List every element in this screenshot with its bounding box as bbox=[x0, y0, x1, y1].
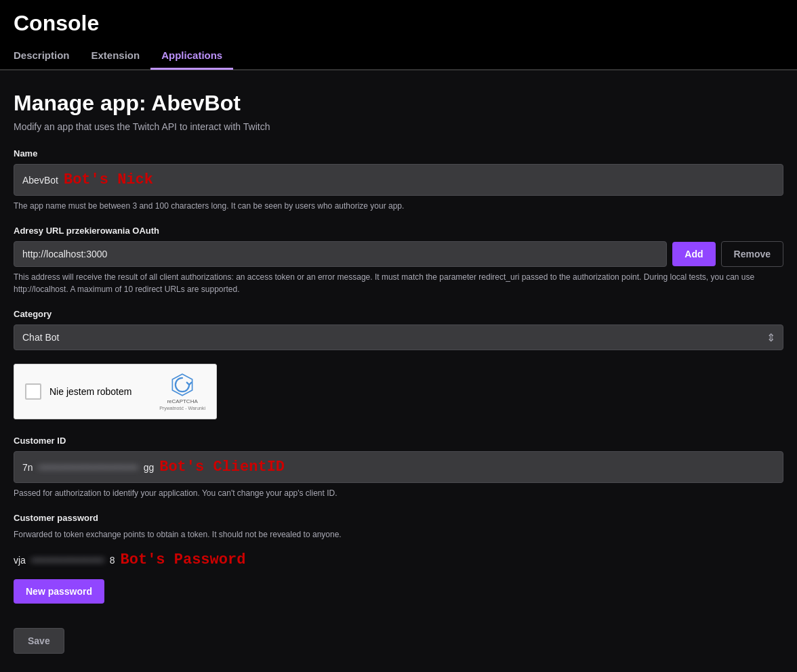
category-select-wrapper: Chat Bot Game Integration Other ⇕ bbox=[14, 324, 783, 350]
client-id-section: Customer ID 7n •••••••••••••••••••••••••… bbox=[14, 436, 783, 499]
oauth-row: Add Remove bbox=[14, 241, 783, 267]
password-prefix: vja bbox=[14, 555, 26, 566]
client-id-prefix: 7n bbox=[22, 462, 33, 473]
client-id-suffix: gg bbox=[144, 462, 155, 473]
recaptcha-logo: reCAPTCHA Prywatność - Warunki bbox=[159, 373, 205, 411]
name-value: AbevBot bbox=[22, 175, 58, 186]
save-button[interactable]: Save bbox=[14, 628, 64, 654]
password-suffix: 8 bbox=[110, 555, 115, 566]
name-section: Name AbevBot Bot's Nick The app name mus… bbox=[14, 148, 783, 212]
client-id-hint: Passed for authorization to identify you… bbox=[14, 487, 783, 499]
password-annotation: Bot's Password bbox=[121, 551, 246, 568]
new-password-button[interactable]: New password bbox=[14, 579, 104, 604]
recaptcha-widget[interactable]: Nie jestem robotem reCAPTCHA Prywatność … bbox=[14, 364, 217, 419]
name-annotation: Bot's Nick bbox=[64, 171, 153, 188]
main-content: Manage app: AbevBot Modify an app that u… bbox=[0, 70, 797, 672]
recaptcha-subtext: Prywatność - Warunki bbox=[159, 406, 205, 411]
oauth-input[interactable] bbox=[14, 241, 667, 267]
password-section: Customer password Forwarded to token exc… bbox=[14, 513, 783, 614]
password-display: vja •••••••••••••••••••••• 8 Bot's Passw… bbox=[14, 547, 783, 572]
manage-app-title: Manage app: AbevBot bbox=[14, 91, 783, 116]
oauth-label: Adresy URL przekierowania OAuth bbox=[14, 226, 783, 236]
name-label: Name bbox=[14, 148, 783, 159]
tab-applications[interactable]: Applications bbox=[150, 43, 233, 70]
save-section: Save bbox=[14, 628, 783, 654]
name-hint: The app name must be between 3 and 100 c… bbox=[14, 200, 783, 212]
page-header: Console bbox=[0, 0, 797, 43]
client-id-annotation: Bot's ClientID bbox=[159, 459, 285, 476]
category-select[interactable]: Chat Bot Game Integration Other bbox=[14, 324, 783, 350]
password-label: Customer password bbox=[14, 513, 783, 523]
manage-app-subtitle: Modify an app that uses the Twitch API t… bbox=[14, 121, 783, 132]
category-label: Category bbox=[14, 309, 783, 319]
tabs-bar: Description Extension Applications bbox=[0, 43, 797, 70]
page-title: Console bbox=[14, 11, 783, 36]
tab-extension[interactable]: Extension bbox=[81, 43, 151, 70]
client-id-blurred: •••••••••••••••••••••••••••••• bbox=[39, 462, 138, 473]
password-hint: Forwarded to token exchange points to ob… bbox=[14, 528, 783, 541]
oauth-section: Adresy URL przekierowania OAuth Add Remo… bbox=[14, 226, 783, 295]
client-id-input-wrapper: 7n •••••••••••••••••••••••••••••• gg Bot… bbox=[14, 451, 783, 483]
recaptcha-icon bbox=[170, 373, 195, 397]
category-section: Category Chat Bot Game Integration Other… bbox=[14, 309, 783, 350]
tab-description[interactable]: Description bbox=[14, 43, 81, 70]
oauth-hint: This address will receive the result of … bbox=[14, 271, 783, 295]
remove-button[interactable]: Remove bbox=[721, 241, 783, 267]
recaptcha-brand: reCAPTCHA bbox=[167, 398, 197, 404]
recaptcha-checkbox[interactable] bbox=[25, 383, 41, 400]
add-button[interactable]: Add bbox=[672, 242, 715, 266]
name-input-wrapper: AbevBot Bot's Nick bbox=[14, 164, 783, 196]
recaptcha-label: Nie jestem robotem bbox=[49, 386, 131, 397]
client-id-label: Customer ID bbox=[14, 436, 783, 446]
password-blurred: •••••••••••••••••••••• bbox=[31, 555, 104, 566]
